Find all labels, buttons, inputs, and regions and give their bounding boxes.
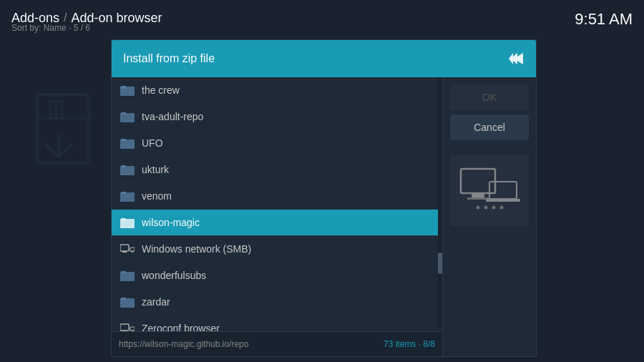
list-item[interactable]: the crew bbox=[112, 77, 442, 104]
kodi-logo-icon bbox=[507, 50, 525, 67]
svg-rect-29 bbox=[120, 324, 129, 331]
list-item[interactable]: venom bbox=[112, 183, 442, 210]
item-label: wonderfulsubs bbox=[142, 270, 206, 281]
svg-rect-26 bbox=[121, 271, 126, 273]
folder-icon bbox=[120, 296, 135, 308]
item-label: Zeroconf browser bbox=[142, 323, 220, 331]
scrollbar-thumb[interactable] bbox=[438, 253, 442, 274]
svg-rect-24 bbox=[131, 251, 134, 253]
network-icon bbox=[120, 323, 135, 331]
svg-rect-36 bbox=[489, 182, 517, 199]
svg-rect-20 bbox=[121, 218, 126, 220]
list-item[interactable]: tva-adult-repo bbox=[112, 104, 442, 130]
svg-line-6 bbox=[59, 145, 72, 157]
item-label: wilson-magic bbox=[142, 217, 200, 228]
svg-rect-18 bbox=[121, 192, 126, 194]
svg-rect-37 bbox=[486, 199, 520, 202]
svg-rect-34 bbox=[472, 193, 484, 197]
status-count: 73 items · 8/8 bbox=[384, 339, 435, 349]
scrollbar-track[interactable] bbox=[438, 77, 442, 328]
svg-rect-23 bbox=[130, 248, 135, 251]
item-label: zardar bbox=[142, 296, 170, 308]
svg-rect-31 bbox=[130, 327, 135, 331]
svg-rect-22 bbox=[122, 251, 127, 253]
file-list-container: the crew tva-adult-repo UFO bbox=[112, 77, 442, 331]
list-item-selected[interactable]: wilson-magic bbox=[112, 210, 442, 236]
panel-preview bbox=[450, 155, 529, 226]
item-label: Windows network (SMB) bbox=[142, 243, 251, 255]
dialog-body: the crew tva-adult-repo UFO bbox=[112, 77, 536, 356]
svg-rect-14 bbox=[121, 139, 126, 141]
list-item[interactable]: ukturk bbox=[112, 157, 442, 183]
list-item[interactable]: zardar bbox=[112, 289, 442, 315]
svg-point-40 bbox=[492, 206, 496, 210]
list-item[interactable]: Zeroconf browser bbox=[112, 315, 442, 331]
sort-info: Sort by: Name · 5 / 6 bbox=[11, 23, 90, 33]
status-bar: https://wilson-magic.github.io/repo 73 i… bbox=[112, 331, 442, 356]
item-label: venom bbox=[142, 190, 172, 202]
item-label: the crew bbox=[142, 84, 180, 96]
list-item[interactable]: UFO bbox=[112, 130, 442, 157]
install-dialog: Install from zip file the crew bbox=[111, 39, 537, 357]
svg-rect-16 bbox=[121, 165, 126, 167]
clock: 9:51 AM bbox=[575, 10, 633, 29]
svg-line-5 bbox=[46, 145, 59, 157]
folder-icon bbox=[120, 137, 135, 149]
list-item[interactable]: Windows network (SMB) bbox=[112, 236, 442, 263]
folder-icon bbox=[120, 190, 135, 202]
svg-marker-7 bbox=[509, 53, 523, 64]
folder-icon bbox=[120, 270, 135, 281]
background-zip-icon bbox=[29, 86, 114, 172]
list-item[interactable]: wonderfulsubs bbox=[112, 263, 442, 289]
network-preview-icon bbox=[457, 162, 522, 219]
right-panel: OK Cancel bbox=[443, 77, 536, 356]
cancel-button[interactable]: Cancel bbox=[450, 114, 529, 140]
svg-rect-30 bbox=[122, 331, 127, 331]
dialog-header: Install from zip file bbox=[112, 40, 536, 77]
svg-rect-32 bbox=[131, 331, 134, 331]
top-bar: Add-ons / Add-on browser Sort by: Name ·… bbox=[0, 0, 644, 36]
dialog-title: Install from zip file bbox=[123, 52, 215, 65]
svg-point-38 bbox=[477, 206, 480, 210]
ok-button[interactable]: OK bbox=[450, 84, 529, 110]
svg-rect-28 bbox=[121, 298, 126, 300]
folder-icon bbox=[120, 217, 135, 228]
svg-rect-21 bbox=[120, 245, 129, 251]
item-label: UFO bbox=[142, 137, 163, 149]
network-icon bbox=[120, 243, 135, 255]
svg-point-41 bbox=[500, 206, 504, 210]
item-label: ukturk bbox=[142, 164, 169, 175]
folder-icon bbox=[120, 111, 135, 122]
file-list-area[interactable]: the crew tva-adult-repo UFO bbox=[112, 77, 443, 356]
svg-rect-12 bbox=[121, 112, 126, 114]
folder-icon bbox=[120, 164, 135, 175]
svg-rect-10 bbox=[121, 86, 126, 88]
status-url: https://wilson-magic.github.io/repo bbox=[119, 339, 248, 349]
svg-point-39 bbox=[484, 206, 488, 210]
svg-rect-35 bbox=[467, 197, 489, 200]
folder-icon bbox=[120, 84, 135, 96]
item-label: tva-adult-repo bbox=[142, 111, 203, 122]
